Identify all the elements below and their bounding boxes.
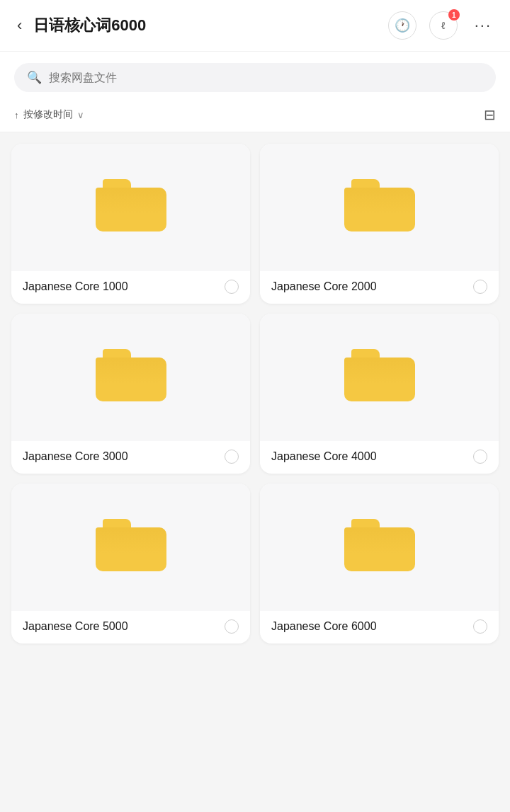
folder-name: Japanese Core 6000 — [271, 620, 377, 633]
page-title: 日语核心词6000 — [33, 15, 379, 36]
grid-toggle-button[interactable]: ⊟ — [484, 106, 496, 123]
folder-icon — [344, 519, 415, 576]
history-button[interactable]: 🕐 — [388, 11, 416, 40]
folder-label-row: Japanese Core 1000 — [11, 271, 250, 304]
user-button[interactable]: ℓ 1 — [429, 11, 458, 40]
folder-card[interactable]: Japanese Core 1000 — [11, 144, 250, 304]
folder-thumbnail — [11, 314, 250, 441]
folder-thumbnail — [260, 314, 499, 441]
folder-card[interactable]: Japanese Core 6000 — [260, 484, 499, 644]
more-button[interactable]: ··· — [470, 13, 496, 38]
folder-icon — [344, 349, 415, 406]
app-header: ‹ 日语核心词6000 🕐 ℓ 1 ··· — [0, 0, 510, 52]
search-input[interactable] — [49, 72, 483, 84]
folder-name: Japanese Core 3000 — [23, 450, 128, 463]
sort-toggle[interactable]: ↑ 按修改时间 ∨ — [14, 108, 84, 121]
history-icon: 🕐 — [395, 18, 410, 33]
folder-select-radio[interactable] — [473, 619, 487, 634]
folder-card[interactable]: Japanese Core 4000 — [260, 314, 499, 474]
folder-select-radio[interactable] — [473, 280, 487, 294]
folder-label-row: Japanese Core 4000 — [260, 441, 499, 474]
sort-label-text: 按修改时间 — [23, 108, 73, 121]
folder-icon — [96, 349, 166, 406]
notification-badge: 1 — [448, 9, 460, 21]
folder-card[interactable]: Japanese Core 3000 — [11, 314, 250, 474]
sort-chevron-icon: ∨ — [77, 110, 84, 120]
search-bar[interactable]: 🔍 — [14, 63, 496, 92]
folder-label-row: Japanese Core 5000 — [11, 611, 250, 644]
folder-name: Japanese Core 5000 — [23, 620, 128, 633]
folder-name: Japanese Core 2000 — [271, 280, 377, 293]
folder-icon — [96, 519, 166, 576]
folder-name: Japanese Core 1000 — [23, 280, 128, 293]
user-icon: ℓ — [441, 20, 446, 32]
folder-thumbnail — [260, 144, 499, 271]
folder-thumbnail — [11, 484, 250, 611]
folder-select-radio[interactable] — [473, 450, 487, 464]
back-button[interactable]: ‹ — [14, 13, 25, 38]
search-section: 🔍 — [0, 52, 510, 99]
folder-grid: Japanese Core 1000 Japanese Core 2000 Ja… — [0, 132, 510, 655]
folder-card[interactable]: Japanese Core 5000 — [11, 484, 250, 644]
folder-icon — [344, 179, 415, 236]
folder-select-radio[interactable] — [225, 450, 239, 464]
folder-thumbnail — [260, 484, 499, 611]
header-actions: 🕐 ℓ 1 ··· — [388, 11, 496, 40]
folder-icon — [96, 179, 166, 236]
folder-thumbnail — [11, 144, 250, 271]
folder-label-row: Japanese Core 6000 — [260, 611, 499, 644]
folder-label-row: Japanese Core 3000 — [11, 441, 250, 474]
search-icon: 🔍 — [27, 70, 42, 85]
folder-card[interactable]: Japanese Core 2000 — [260, 144, 499, 304]
folder-name: Japanese Core 4000 — [271, 450, 377, 463]
folder-label-row: Japanese Core 2000 — [260, 271, 499, 304]
sort-bar: ↑ 按修改时间 ∨ ⊟ — [0, 99, 510, 132]
sort-arrow-icon: ↑ — [14, 110, 19, 120]
folder-select-radio[interactable] — [225, 619, 239, 634]
folder-select-radio[interactable] — [225, 280, 239, 294]
